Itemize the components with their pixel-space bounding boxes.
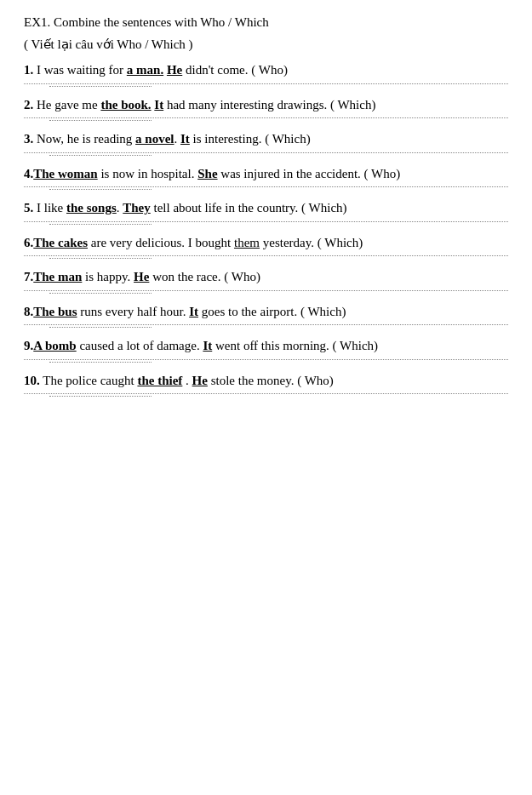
sentence-part-6-1: The cakes (33, 236, 88, 249)
sentence-part-5-4: tell about life in the country. ( Which) (151, 201, 347, 214)
exercise-item-6: 6.The cakes are very delicious. I bought… (24, 233, 508, 260)
sentence-part-6-2: are very delicious. I bought (88, 236, 234, 249)
sentence-part-2-1: the book. (100, 98, 151, 112)
exercise-num-5: 5. (24, 201, 33, 214)
exercise-sentence-4: 4.The woman is now in hospital. She was … (24, 164, 508, 184)
dotted-line-short-9 (49, 362, 152, 363)
dotted-line-long-6 (24, 255, 508, 256)
exercise-sentence-1: 1. I was waiting for a man. He didn't co… (24, 60, 508, 80)
exercise-sentence-7: 7.The man is happy. He won the race. ( W… (24, 267, 508, 287)
exercise-item-10: 10. The police caught the thief . He sto… (24, 371, 508, 398)
dotted-line-short-5 (49, 224, 152, 225)
dotted-line-short-4 (49, 189, 152, 190)
sentence-part-4-4: was injured in the accident. ( Who) (218, 167, 401, 180)
sub-title: ( Viết lại câu với Who / Which ) (24, 37, 508, 52)
dotted-line-long-9 (24, 359, 508, 360)
sentence-part-4-3: She (197, 167, 217, 180)
main-title: EX1. Combine the sentences with Who / Wh… (24, 15, 508, 30)
sentence-part-3-2: . (174, 132, 181, 146)
exercise-sentence-9: 9.A bomb caused a lot of damage. It went… (24, 336, 508, 356)
sentence-part-7-2: is happy. (82, 270, 134, 283)
dotted-line-long-4 (24, 186, 508, 187)
dotted-line-short-3 (49, 155, 152, 156)
exercise-sentence-3: 3. Now, he is reading a novel. It is int… (24, 129, 508, 149)
sentence-part-4-2: is now in hospital. (98, 167, 198, 180)
sentence-part-8-1: The bus (33, 305, 77, 318)
sentence-part-2-4: had many interesting drawings. ( Which) (163, 98, 375, 112)
sentence-part-10-1: the thief (137, 374, 182, 387)
page-container: EX1. Combine the sentences with Who / Wh… (24, 15, 508, 397)
sentence-part-7-3: He (134, 270, 149, 283)
sentence-part-9-1: A bomb (33, 339, 76, 352)
sentence-part-1-3: He (167, 63, 182, 77)
dotted-line-short-2 (49, 120, 152, 121)
exercise-sentence-6: 6.The cakes are very delicious. I bought… (24, 233, 508, 253)
sentence-part-1-1: a man. (127, 63, 163, 77)
exercise-num-7: 7. (24, 270, 33, 283)
dotted-line-long-1 (24, 83, 508, 84)
dotted-line-long-2 (24, 117, 508, 118)
exercise-item-5: 5. I like the songs. They tell about lif… (24, 198, 508, 225)
exercise-num-3: 3. (24, 132, 33, 146)
sentence-part-7-4: won the race. ( Who) (149, 270, 260, 283)
sentence-part-3-0: Now, he is reading (33, 132, 135, 146)
sentence-part-10-4: stole the money. ( Who) (208, 374, 334, 387)
dotted-line-short-8 (49, 327, 152, 328)
dotted-line-long-7 (24, 290, 508, 291)
sentence-part-9-2: caused a lot of damage. (77, 339, 203, 352)
exercise-item-7: 7.The man is happy. He won the race. ( W… (24, 267, 508, 294)
sentence-part-5-3: They (123, 201, 151, 214)
exercise-num-6: 6. (24, 236, 33, 249)
sentence-part-8-3: It (189, 305, 198, 318)
dotted-line-short-6 (49, 258, 152, 259)
sentence-part-6-3: them (234, 236, 260, 249)
dotted-line-short-1 (49, 86, 152, 87)
sentence-part-3-4: is interesting. ( Which) (190, 132, 311, 146)
sentence-part-9-4: went off this morning. ( Which) (212, 339, 378, 352)
sentence-part-1-0: I was waiting for (33, 63, 127, 77)
exercise-num-8: 8. (24, 305, 33, 318)
sentence-part-8-4: goes to the airport. ( Which) (198, 305, 346, 318)
sentence-part-7-1: The man (33, 270, 82, 283)
exercise-num-4: 4. (24, 167, 33, 180)
exercise-num-10: 10. (24, 374, 40, 387)
sentence-part-5-1: the songs (66, 201, 117, 214)
exercise-sentence-5: 5. I like the songs. They tell about lif… (24, 198, 508, 218)
sentence-part-3-3: It (180, 132, 190, 146)
sentence-part-3-1: a novel (135, 132, 174, 146)
exercise-item-2: 2. He gave me the book. It had many inte… (24, 95, 508, 122)
sentence-part-10-0: The police caught (40, 374, 138, 387)
exercise-item-8: 8.The bus runs every half hour. It goes … (24, 302, 508, 329)
sentence-part-10-2: . (182, 374, 192, 387)
dotted-line-long-5 (24, 221, 508, 222)
exercise-num-9: 9. (24, 339, 33, 352)
sentence-part-2-3: It (154, 98, 163, 112)
exercise-sentence-8: 8.The bus runs every half hour. It goes … (24, 302, 508, 322)
dotted-line-short-10 (49, 396, 152, 397)
exercises-container: 1. I was waiting for a man. He didn't co… (24, 60, 508, 397)
sentence-part-2-0: He gave me (33, 98, 100, 112)
sentence-part-1-4: didn't come. ( Who) (182, 63, 288, 77)
exercise-item-4: 4.The woman is now in hospital. She was … (24, 164, 508, 191)
dotted-line-short-7 (49, 293, 152, 294)
dotted-line-long-3 (24, 152, 508, 153)
exercise-item-3: 3. Now, he is reading a novel. It is int… (24, 129, 508, 156)
sentence-part-4-1: The woman (33, 167, 97, 180)
sentence-part-6-4: yesterday. ( Which) (260, 236, 363, 249)
sentence-part-8-2: runs every half hour. (77, 305, 190, 318)
dotted-line-long-8 (24, 324, 508, 325)
exercise-item-9: 9.A bomb caused a lot of damage. It went… (24, 336, 508, 363)
exercise-sentence-10: 10. The police caught the thief . He sto… (24, 371, 508, 391)
dotted-line-long-10 (24, 393, 508, 394)
exercise-num-1: 1. (24, 63, 33, 77)
exercise-num-2: 2. (24, 98, 33, 112)
sentence-part-9-3: It (203, 339, 212, 352)
sentence-part-5-0: I like (33, 201, 66, 214)
sentence-part-10-3: He (192, 374, 208, 387)
exercise-sentence-2: 2. He gave me the book. It had many inte… (24, 95, 508, 115)
exercise-item-1: 1. I was waiting for a man. He didn't co… (24, 60, 508, 87)
